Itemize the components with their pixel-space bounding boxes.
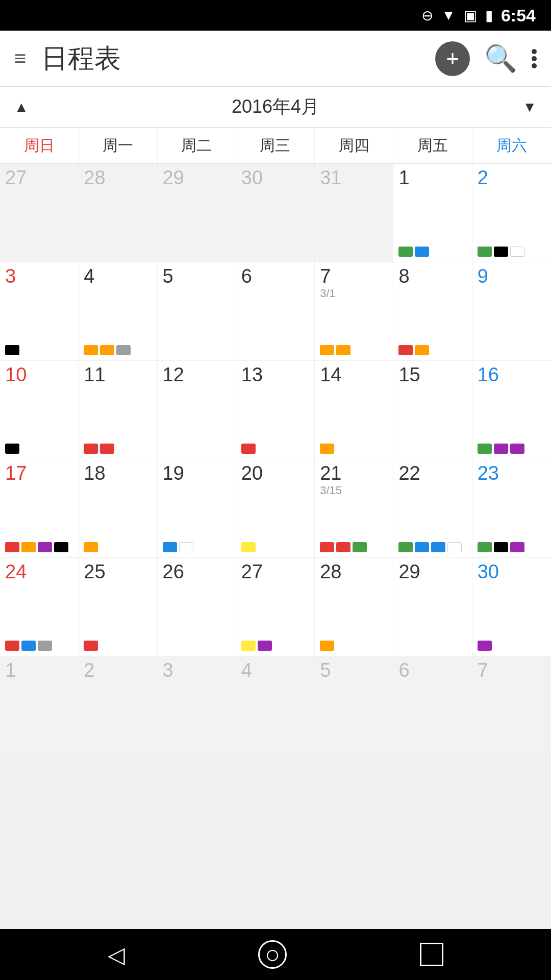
add-button[interactable]: +	[435, 41, 470, 76]
cal-cell[interactable]: 7	[472, 656, 551, 755]
cal-cell[interactable]: 10	[0, 361, 79, 459]
cal-cell[interactable]: 22	[393, 459, 472, 558]
cal-cell[interactable]: 3	[0, 262, 79, 361]
calendar: 周日周一周二周三周四周五周六 272829303112345673/189101…	[0, 128, 551, 755]
day-number: 3	[163, 660, 231, 680]
event-dot	[320, 444, 334, 454]
day-number: 2	[84, 660, 152, 680]
event-dots	[84, 542, 152, 554]
event-dots	[163, 542, 231, 554]
event-dots	[5, 542, 73, 554]
recent-button[interactable]	[420, 943, 443, 966]
menu-icon[interactable]: ≡	[14, 47, 26, 70]
day-number: 7	[478, 660, 546, 680]
cal-cell[interactable]: 11	[79, 361, 157, 459]
day-number: 7	[320, 266, 388, 286]
cal-cell[interactable]: 17	[0, 459, 79, 558]
next-month-button[interactable]: ▼	[522, 99, 537, 115]
event-dot	[415, 345, 429, 355]
prev-month-button[interactable]: ▲	[14, 99, 29, 115]
cal-cell[interactable]: 26	[158, 558, 236, 656]
cal-cell[interactable]: 6	[236, 262, 315, 361]
event-dot	[353, 542, 367, 552]
day-number: 4	[241, 660, 309, 680]
event-dots	[478, 247, 546, 259]
status-time: 6:54	[501, 6, 536, 26]
cal-cell[interactable]: 6	[393, 656, 472, 755]
event-dot	[478, 641, 492, 651]
event-dot	[398, 345, 413, 355]
event-dot	[431, 542, 445, 552]
event-dot	[478, 247, 492, 257]
cal-cell[interactable]: 2	[79, 656, 157, 755]
cal-cell[interactable]: 4	[236, 656, 315, 755]
cal-cell[interactable]: 28	[315, 558, 393, 656]
day-header-周日: 周日	[0, 128, 79, 163]
day-number: 6	[241, 266, 309, 286]
cal-cell[interactable]: 4	[79, 262, 157, 361]
event-dots	[478, 641, 546, 653]
cal-cell[interactable]: 15	[393, 361, 472, 459]
event-dots	[320, 641, 388, 653]
event-dot	[478, 444, 492, 454]
cal-cell[interactable]: 27	[236, 558, 315, 656]
cal-cell[interactable]: 13	[236, 361, 315, 459]
cal-cell[interactable]: 18	[79, 459, 157, 558]
event-dot	[5, 444, 19, 454]
event-dot	[241, 444, 256, 454]
event-dot	[494, 542, 508, 552]
cal-cell[interactable]: 24	[0, 558, 79, 656]
home-button[interactable]: ○	[258, 940, 287, 969]
event-dot	[415, 247, 429, 257]
more-button[interactable]	[532, 49, 537, 68]
cal-cell[interactable]: 1	[0, 656, 79, 755]
cal-cell[interactable]: 28	[79, 164, 157, 262]
event-dots	[5, 641, 73, 653]
day-number: 3	[5, 266, 73, 286]
cal-cell[interactable]: 23	[472, 459, 551, 558]
cal-cell[interactable]: 9	[472, 262, 551, 361]
day-number: 13	[241, 365, 309, 384]
back-button[interactable]: ◁	[108, 942, 125, 968]
cal-cell[interactable]: 16	[472, 361, 551, 459]
bottom-bar: ◁ ○	[0, 929, 551, 980]
cal-cell[interactable]: 8	[393, 262, 472, 361]
day-number: 23	[478, 463, 546, 483]
cal-cell[interactable]: 12	[158, 361, 236, 459]
cal-cell[interactable]: 30	[472, 558, 551, 656]
day-number: 27	[241, 562, 309, 581]
cal-cell[interactable]: 30	[236, 164, 315, 262]
day-number: 18	[84, 463, 152, 483]
day-header-周一: 周一	[79, 128, 157, 163]
more-icon[interactable]	[532, 49, 537, 68]
cal-cell[interactable]: 29	[158, 164, 236, 262]
add-icon[interactable]: +	[435, 41, 470, 76]
cal-cell[interactable]: 5	[158, 262, 236, 361]
day-number: 29	[163, 168, 231, 187]
minus-icon: ⊖	[421, 7, 433, 24]
event-dot	[84, 345, 98, 355]
event-dots	[241, 444, 309, 456]
cal-cell[interactable]: 14	[315, 361, 393, 459]
cal-cell[interactable]: 25	[79, 558, 157, 656]
cal-cell[interactable]: 27	[0, 164, 79, 262]
cal-cell[interactable]: 19	[158, 459, 236, 558]
cal-cell[interactable]: 2	[472, 164, 551, 262]
cal-cell[interactable]: 5	[315, 656, 393, 755]
event-dots	[84, 444, 152, 456]
search-icon[interactable]: 🔍	[484, 43, 517, 73]
cal-cell[interactable]: 29	[393, 558, 472, 656]
day-number: 2	[478, 168, 546, 187]
cal-cell[interactable]: 73/1	[315, 262, 393, 361]
cal-cell[interactable]: 20	[236, 459, 315, 558]
day-number: 4	[84, 266, 152, 286]
event-dots	[241, 641, 309, 653]
cal-cell[interactable]: 31	[315, 164, 393, 262]
event-dots	[398, 542, 466, 554]
search-button[interactable]: 🔍	[484, 43, 517, 74]
cal-cell[interactable]: 3	[158, 656, 236, 755]
day-number: 5	[163, 266, 231, 286]
day-header-周二: 周二	[158, 128, 236, 163]
cal-cell[interactable]: 1	[393, 164, 472, 262]
cal-cell[interactable]: 213/15	[315, 459, 393, 558]
